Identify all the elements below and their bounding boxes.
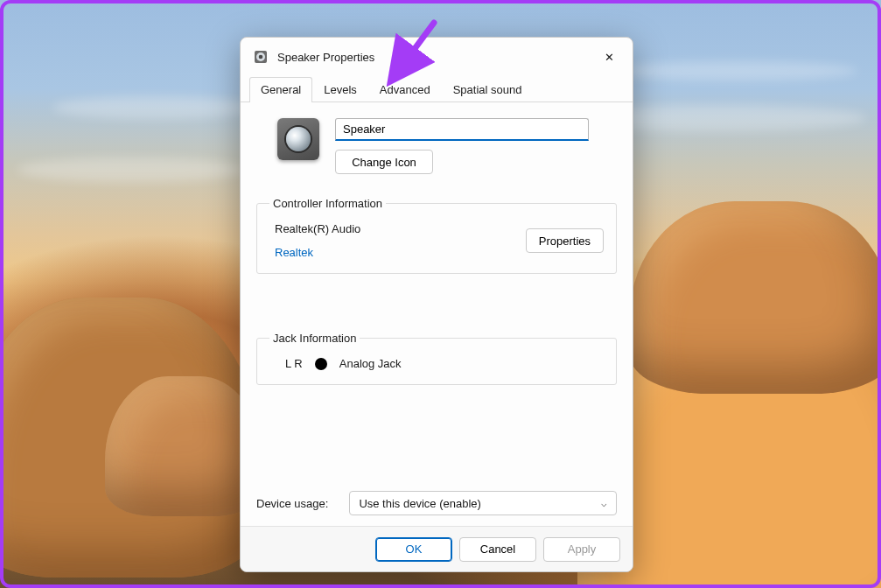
tab-levels[interactable]: Levels (312, 77, 368, 102)
device-usage-value: Use this device (enable) (359, 497, 480, 510)
device-name-input[interactable] (335, 118, 589, 141)
cancel-button[interactable]: Cancel (459, 537, 536, 562)
controller-properties-button[interactable]: Properties (526, 228, 604, 253)
ok-button[interactable]: OK (375, 537, 452, 562)
chevron-down-icon: ⌵ (601, 498, 607, 509)
jack-color-dot (315, 358, 327, 370)
titlebar: Speaker Properties ✕ (241, 38, 633, 76)
device-usage-select[interactable]: Use this device (enable) ⌵ (349, 491, 617, 515)
tab-general[interactable]: General (249, 77, 312, 102)
tab-spatial-sound[interactable]: Spatial sound (442, 77, 534, 102)
device-usage-label: Device usage: (256, 497, 328, 510)
jack-info-legend: Jack Information (269, 332, 360, 345)
jack-info-group: Jack Information L R Analog Jack (256, 332, 617, 385)
tab-row: General Levels Advanced Spatial sound (241, 76, 633, 102)
controller-info-legend: Controller Information (269, 197, 386, 210)
close-button[interactable]: ✕ (589, 43, 629, 71)
change-icon-button[interactable]: Change Icon (335, 150, 433, 174)
close-icon: ✕ (605, 51, 614, 64)
device-icon (277, 118, 319, 160)
speaker-icon (253, 49, 269, 65)
controller-name: Realtek(R) Audio (275, 222, 360, 235)
jack-label: Analog Jack (339, 357, 402, 370)
controller-vendor-link[interactable]: Realtek (275, 246, 360, 259)
svg-point-2 (259, 55, 263, 60)
apply-button[interactable]: Apply (543, 537, 620, 562)
speaker-properties-dialog: Speaker Properties ✕ General Levels Adva… (240, 37, 633, 572)
window-title: Speaker Properties (277, 51, 589, 64)
tab-advanced[interactable]: Advanced (368, 77, 442, 102)
dialog-footer: OK Cancel Apply (241, 526, 633, 571)
tab-content-general: Change Icon Controller Information Realt… (241, 102, 633, 526)
jack-channels: L R (285, 357, 303, 370)
controller-info-group: Controller Information Realtek(R) Audio … (256, 197, 617, 274)
